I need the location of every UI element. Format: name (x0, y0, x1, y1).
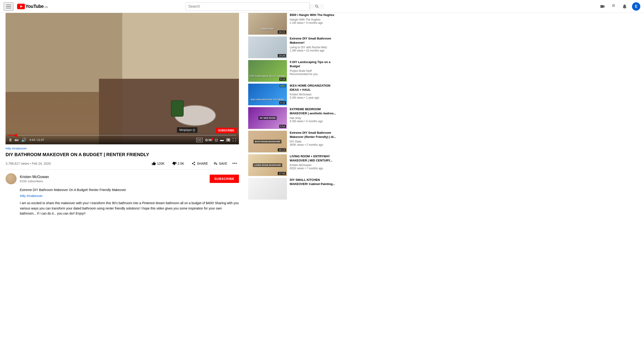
cast-button[interactable] (226, 138, 230, 142)
search-input[interactable] (186, 3, 310, 11)
header: YouTube VN E (0, 0, 644, 13)
video-date: Feb 24, 2020 (32, 162, 51, 165)
create-button[interactable] (599, 3, 606, 10)
thumb-label: 5 DIY Landscaping Tips on a Budget (249, 75, 286, 77)
search-input-wrap (186, 2, 310, 11)
sidebar-views: 652K views • 7 months ago (290, 167, 337, 170)
channel-left: Kristen McGowan 615K subscribers (6, 173, 49, 184)
sidebar-channel-name: Living to DIY with Rachel Metz (290, 46, 337, 49)
cc-icon: CC (196, 138, 202, 142)
sidebar-thumbnail: 19:26 (248, 37, 287, 58)
cast-icon (226, 138, 230, 142)
hd-badge: HD (208, 139, 212, 141)
sidebar-channel-name: Kristen McGowan (290, 163, 337, 167)
list-item[interactable]: 5 DIY Landscaping Tips on a Budget 9:19 … (248, 60, 338, 82)
theater-button[interactable]: ▬ (220, 138, 224, 142)
channel-name[interactable]: Kristen McGowan (20, 175, 49, 179)
description-tags[interactable]: #diy #makeover (20, 194, 239, 198)
save-button[interactable]: SAVE (211, 160, 230, 167)
sidebar-video-title: Extreme DIY Small Bathroom Makeover! (290, 37, 337, 45)
video-section: Miniplayer (i) SUBSCRIBE ⏸ ⏭ (0, 13, 244, 222)
video-duration: 16:13 (278, 148, 286, 151)
video-meta-row: 3,798,617 views • Feb 24, 2020 120K 2.5K (6, 160, 239, 169)
play-pause-button[interactable]: ⏸ (8, 138, 12, 142)
settings-button[interactable]: ⚙ HD (205, 138, 212, 142)
volume-icon: 🔊 (21, 137, 26, 142)
thumbs-up-icon (152, 161, 156, 165)
list-item[interactable]: BATH ROOM MAKEOVER 16:13 Extreme DIY Sma… (248, 131, 338, 152)
captions-button[interactable]: CC (196, 138, 202, 142)
controls-row: ⏸ ⏭ 🔊 0:43 / 21:07 (8, 137, 236, 142)
fullscreen-button[interactable]: ⛶ (232, 138, 236, 142)
channel-avatar-img (6, 173, 16, 184)
thumb-label: UNDER $500 (249, 28, 286, 30)
next-icon: ⏭ (15, 138, 19, 142)
more-options-button[interactable]: ••• (230, 160, 239, 167)
video-duration: 17:42 (278, 172, 286, 175)
apps-button[interactable] (610, 3, 617, 10)
list-item[interactable]: IKEA ORGANIZATION YOU NEED! IKEA 9:33 IK… (248, 84, 338, 105)
sidebar-video-title: Extreme DIY Small Bathroom Makeover (Ren… (290, 131, 337, 139)
sidebar-views: 5.2M views • 1 year ago (290, 96, 337, 99)
thumb-label: BATH ROOM MAKEOVER (254, 140, 282, 143)
sidebar-views: 6.3M views • 5 months ago (290, 120, 337, 123)
sidebar-channel-name: Hangin With The Hughes (290, 18, 337, 21)
list-item[interactable]: UNDER $500 24:21 $500 \ Hangin With The … (248, 13, 338, 35)
sidebar-views: 1.3M views • 10 months ago (290, 49, 337, 52)
sidebar-thumbnail: IKEA ORGANIZATION YOU NEED! IKEA 9:33 (248, 84, 287, 105)
youtube-logo[interactable]: YouTube VN (17, 4, 48, 9)
sidebar-video-title: EXTREME BEDROOM MAKEOVER | aesthetic bed… (290, 107, 337, 115)
notifications-button[interactable] (621, 3, 628, 10)
channel-avatar[interactable] (6, 173, 16, 184)
apps-icon (611, 4, 616, 9)
like-button[interactable]: 120K (150, 160, 167, 167)
sidebar-video-title: LIVING ROOM + ENTRYWAY MAKEOVER | MID CE… (290, 154, 337, 162)
share-icon (192, 161, 196, 165)
list-item[interactable]: MY NEW ROOM 9:54 EXTREME BEDROOM MAKEOVE… (248, 107, 338, 129)
description-body: I am so excited to share this makeover w… (20, 201, 239, 216)
video-duration: 9:54 (279, 125, 286, 128)
sidebar-thumbnail: UNDER $500 24:21 (248, 13, 287, 35)
menu-button[interactable] (4, 2, 14, 11)
search-icon (314, 4, 319, 9)
share-button[interactable]: SHARE (189, 160, 210, 167)
video-title: DIY BATHROOM MAKEOVER ON A BUDGET | RENT… (6, 151, 239, 157)
settings-icon: ⚙ (205, 138, 208, 142)
volume-button[interactable]: 🔊 (21, 137, 26, 142)
progress-bar[interactable] (8, 135, 236, 136)
miniplayer-icon: ⊡ (215, 138, 218, 142)
subscribe-button[interactable]: SUBSCRIBE (210, 174, 239, 183)
video-duration: 19:26 (278, 54, 286, 57)
list-item[interactable]: 19:26 Extreme DIY Small Bathroom Makeove… (248, 37, 338, 58)
miniplayer-button[interactable]: ⊡ (215, 138, 218, 142)
sidebar-recommended: Recommended for you (290, 73, 337, 76)
video-tags[interactable]: #diy #makeover (6, 147, 239, 150)
video-player[interactable]: Miniplayer (i) SUBSCRIBE ⏸ ⏭ (6, 13, 239, 144)
avatar[interactable]: E (632, 2, 640, 11)
sidebar-video-title: DIY SMALL KITCHEN MAKEOVER! Cabinet Pain… (290, 178, 337, 186)
header-right: E (599, 2, 640, 11)
dislike-button[interactable]: 2.5K (170, 160, 186, 167)
subscribe-overlay[interactable]: SUBSCRIBE (216, 128, 237, 133)
sidebar-video-info: 5 DIY Landscaping Tips on a Budget Proje… (289, 60, 338, 82)
sidebar-channel-name: DIY Dalia (290, 140, 337, 143)
sidebar-thumbnail: MY NEW ROOM 9:54 (248, 107, 287, 129)
search-button[interactable] (310, 4, 324, 9)
video-duration: 9:33 (279, 101, 286, 104)
save-label: SAVE (219, 162, 227, 165)
video-date-separator: • (30, 162, 32, 165)
sidebar-thumbnail: BATH ROOM MAKEOVER 16:13 (248, 131, 287, 152)
list-item[interactable]: LIVING ROOM MAKEOVER 17:42 LIVING ROOM +… (248, 154, 338, 176)
thumb-label: IKEA ORGANIZATION YOU NEED! (249, 98, 286, 101)
description-summary: Extreme DIY Bathroom Makeover On A Budge… (20, 188, 239, 192)
description-wrap: Extreme DIY Bathroom Makeover On A Budge… (6, 188, 239, 216)
youtube-country-code: VN (44, 6, 48, 9)
list-item[interactable]: DIY SMALL KITCHEN MAKEOVER! Cabinet Pain… (248, 178, 338, 200)
video-actions: 120K 2.5K SHARE (150, 160, 239, 167)
pause-icon: ⏸ (8, 138, 12, 142)
next-button[interactable]: ⏭ (15, 138, 19, 142)
create-icon (600, 4, 605, 9)
miniplayer-tooltip: Miniplayer (i) (177, 127, 198, 133)
time-display: 0:43 / 21:07 (30, 138, 44, 142)
sidebar-video-info: $500 \ Hangin With The Hughes Hangin Wit… (289, 13, 338, 35)
